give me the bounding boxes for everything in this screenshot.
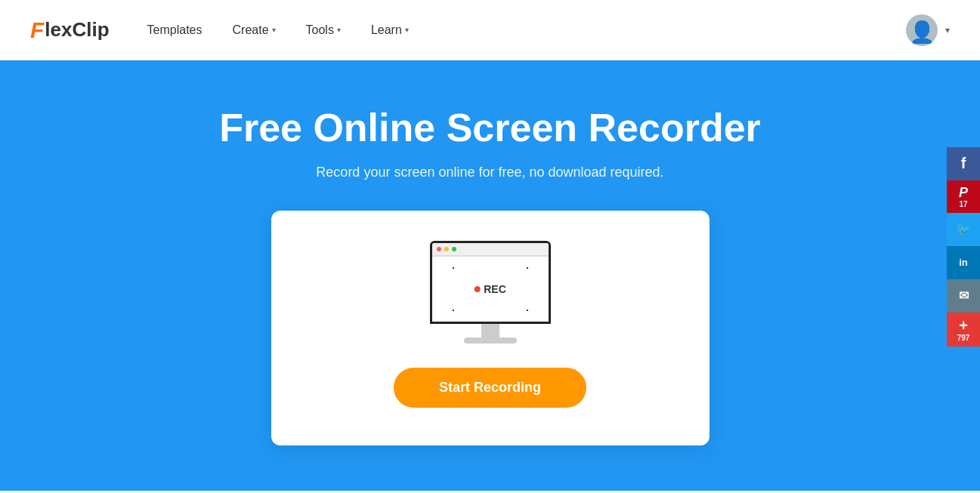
navbar: FlexClip Templates Create ▾ Tools ▾ Lear… <box>0 0 980 60</box>
corner-bl-icon <box>453 310 454 311</box>
nav-create[interactable]: Create ▾ <box>233 23 276 37</box>
social-sidebar: f P 17 🐦 in ✉ + 797 <box>947 147 980 347</box>
start-recording-button[interactable]: Start Recording <box>394 368 586 408</box>
nav-learn[interactable]: Learn ▾ <box>371 23 409 37</box>
rec-dot-icon <box>474 286 480 292</box>
hero-section: Free Online Screen Recorder Record your … <box>0 60 980 491</box>
dot-yellow-icon <box>444 247 449 251</box>
rec-frame: REC <box>453 267 528 311</box>
avatar[interactable]: 👤 <box>906 14 938 46</box>
corner-tr-icon <box>527 267 528 269</box>
chevron-down-icon: ▾ <box>272 26 276 34</box>
corner-tl-icon <box>453 267 454 269</box>
logo-rest: lexClip <box>45 18 109 42</box>
share-email-button[interactable]: ✉ <box>947 279 980 313</box>
email-icon: ✉ <box>959 288 969 303</box>
user-menu-chevron[interactable]: ▾ <box>945 25 950 35</box>
logo-f-letter: F <box>30 17 44 43</box>
plus-count: 797 <box>957 334 970 342</box>
dot-red-icon <box>437 247 441 251</box>
pinterest-count: 17 <box>959 201 967 208</box>
chevron-down-icon: ▾ <box>405 26 409 34</box>
pinterest-icon: P <box>959 185 968 201</box>
monitor-frame: REC <box>430 241 551 324</box>
rec-label: REC <box>474 283 506 295</box>
monitor-screen: REC <box>432 257 549 322</box>
monitor-illustration: REC <box>430 241 551 344</box>
twitter-icon: 🐦 <box>956 222 971 236</box>
facebook-icon: f <box>961 155 966 172</box>
monitor-stand-neck <box>481 324 499 337</box>
share-pinterest-button[interactable]: P 17 <box>947 180 980 213</box>
nav-templates[interactable]: Templates <box>147 23 202 37</box>
hero-card: REC Start Recording <box>271 211 709 445</box>
corner-br-icon <box>527 310 528 311</box>
nav-tools[interactable]: Tools ▾ <box>306 23 341 37</box>
hero-subtitle: Record your screen online for free, no d… <box>316 165 663 180</box>
chevron-down-icon: ▾ <box>337 26 341 34</box>
plus-icon: + <box>959 317 968 334</box>
avatar-icon: 👤 <box>909 22 935 43</box>
nav-links: Templates Create ▾ Tools ▾ Learn ▾ <box>147 23 906 37</box>
dot-green-icon <box>452 247 456 251</box>
share-facebook-button[interactable]: f <box>947 147 980 180</box>
hero-title: Free Online Screen Recorder <box>219 106 761 151</box>
nav-right: 👤 ▾ <box>906 14 950 46</box>
monitor-stand-base <box>464 337 517 344</box>
share-plus-button[interactable]: + 797 <box>947 313 980 347</box>
logo[interactable]: FlexClip <box>30 17 110 43</box>
monitor-topbar <box>432 243 549 257</box>
share-linkedin-button[interactable]: in <box>947 246 980 279</box>
share-twitter-button[interactable]: 🐦 <box>947 213 980 246</box>
linkedin-icon: in <box>959 257 968 268</box>
